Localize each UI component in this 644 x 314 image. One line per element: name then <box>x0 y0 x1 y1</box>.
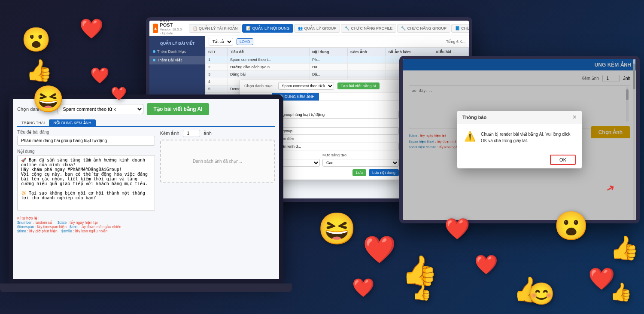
laptop-content-group: Nội dung 🚀 Bạn đã sẵn sàng tăng tầm ảnh … <box>17 149 155 213</box>
col-stt: STT <box>206 48 228 56</box>
dialog-overlay: Thông báo × ⚠️ Chuẩn bị render bài viết … <box>403 59 636 220</box>
load-button[interactable]: LOAD <box>237 38 253 45</box>
col-img-count: Số ảnh kèm <box>386 48 433 56</box>
laptop-two-col: Tiêu đề bài đăng Nội dung 🚀 Bạn đã sẵn s… <box>17 130 275 233</box>
dialog-close-icon[interactable]: × <box>573 114 577 121</box>
tab-group[interactable]: 👥 QUẢN LÝ GROUP <box>294 24 340 33</box>
dialog-footer: OK <box>457 151 582 168</box>
tab-account[interactable]: 📋 QUẢN LÝ TÀI KHOẢN <box>189 24 241 33</box>
emoji-love: ❤️ <box>90 67 109 85</box>
laptop-content-textarea[interactable]: 🚀 Bạn đã sẵn sàng tăng tầm ảnh hưởng kin… <box>17 155 155 211</box>
tab-profile[interactable]: 🔧 CHỨC NĂNG PROFILE <box>341 24 396 33</box>
col-title: Tiêu đề <box>227 48 309 56</box>
laptop-hint-1: $number : random số $date : lấy ngày hiệ… <box>17 220 155 225</box>
laptop-image-placeholder: Danh sách ảnh đã chọn... <box>193 159 242 164</box>
laptop-image-count-input[interactable] <box>183 130 200 137</box>
laptop-image-area: Danh sách ảnh đã chọn... <box>160 140 275 183</box>
laptop-create-ai-button[interactable]: Tạo bài viết bằng AI <box>147 103 210 115</box>
emoji-like-bottom: 👍 <box>401 253 438 288</box>
dialog-ok-button[interactable]: OK <box>550 155 576 165</box>
emoji-haha2: 😆 <box>318 210 356 247</box>
dialog-message: Chuẩn bị render bài viết bằng AI. Vui lò… <box>481 131 575 144</box>
laptop-tabs: TRẠNG THÁI NỘI DUNG KÈM ẢNH <box>17 119 275 127</box>
laptop-hint-2: $timespan : lấy timespan hiện $text : lấ… <box>17 225 155 229</box>
content-filter-bar: Tất cả LOAD Tổng 6 K... <box>205 36 469 48</box>
emoji-like-tr: 👍 <box>610 234 639 262</box>
sidebar-dot-1 <box>153 50 155 53</box>
category-filter-select[interactable]: Tất cả <box>209 38 233 46</box>
emoji-wow-br: 😮 <box>554 210 589 242</box>
emoji-haha: 😆 <box>32 84 64 114</box>
tab-group2[interactable]: 🔧 CHỨC NĂNG GROUP <box>397 24 450 33</box>
laptop-title-label: Tiêu đề bài đăng <box>17 130 155 134</box>
app-header: ▲ MKT POST Version 18.5.0 - Update 26/09… <box>149 21 469 36</box>
laptop-tab-status[interactable]: TRẠNG THÁI <box>17 119 49 126</box>
laptop-hint-3: $time : lấy giờ phút hiện $smile : lấy i… <box>17 229 155 233</box>
laptop-tab-content[interactable]: NỘI DUNG KÈM ẢNH <box>49 119 96 126</box>
dialog-titlebar: Thông báo × <box>457 111 582 124</box>
category-label: Chọn danh mục : <box>244 84 275 88</box>
right-monitor: UNG KÈM ẢNH Kèm ảnh ảnh $d <box>399 56 640 223</box>
laptop: Chọn danh mục : Spam comment theo từ k T… <box>9 95 283 309</box>
logo-text: MKT POST <box>160 21 184 27</box>
laptop-title-group: Tiêu đề bài đăng <box>17 130 155 146</box>
popup-category-select[interactable]: Spam comment theo từ k <box>278 82 334 90</box>
dialog-title: Thông báo <box>462 115 486 120</box>
emoji-like5: 👍 <box>412 284 431 302</box>
emoji-smile-tr: 😊 <box>528 281 555 306</box>
sidebar-item-add-post[interactable]: Thêm Bài Viết <box>149 56 205 64</box>
sidebar-title: QUẢN LÝ BÀI VIẾT <box>149 40 205 47</box>
laptop-hints: Kí tự hợp lệ : $number : random số $date… <box>17 216 155 233</box>
emoji-heart: ❤️ <box>79 17 103 40</box>
laptop-content: Chọn danh mục : Spam comment theo từ k T… <box>13 99 279 279</box>
popup-save-content-button[interactable]: Lưu nội dung <box>369 169 399 176</box>
laptop-screen: Chọn danh mục : Spam comment theo từ k T… <box>9 95 283 284</box>
emoji-like: 👍 <box>26 58 52 83</box>
emoji-heart-bottom: ❤️ <box>363 234 396 265</box>
laptop-title-input[interactable] <box>17 136 155 146</box>
emoji-like-top-r: 👍 <box>610 281 632 302</box>
emoji-love-bottom: ❤️ <box>444 217 470 241</box>
laptop-right-col: Kèm ảnh ảnh Danh sách ảnh đã chọn... <box>160 130 275 233</box>
sidebar-dot-2 <box>153 59 155 61</box>
col-content: Nội dung <box>309 48 347 56</box>
dialog-box: Thông báo × ⚠️ Chuẩn bị render bài viết … <box>457 111 582 168</box>
laptop-left-col: Tiêu đề bài đăng Nội dung 🚀 Bạn đã sẵn s… <box>17 130 155 233</box>
popup-quality-label: Mức sáng tạo <box>322 153 399 157</box>
right-monitor-screen: UNG KÈM ẢNH Kèm ảnh ảnh $d <box>403 59 636 220</box>
logo-icon: ▲ <box>153 24 158 33</box>
tab-page[interactable]: 📘 CHỨC NĂNG PAGE <box>451 24 469 33</box>
popup-quality-select[interactable]: Cao <box>322 159 399 167</box>
total-display: Tổng 6 K... <box>446 40 465 44</box>
laptop-category-select[interactable]: Spam comment theo từ k <box>58 104 143 114</box>
create-ai-button[interactable]: Tạo bài viết bằng AI <box>337 82 380 89</box>
laptop-base <box>0 284 292 292</box>
laptop-content-label: Nội dung <box>17 149 155 154</box>
dialog-warning-icon: ⚠️ <box>464 131 476 142</box>
emoji-wow: 😮 <box>21 26 51 54</box>
col-type: Kiểu bài <box>433 48 468 56</box>
col-image: Kèm ảnh <box>348 48 386 56</box>
tab-content[interactable]: 📝 QUẢN LÝ NỘI DUNG <box>242 24 293 33</box>
laptop-hints-title: Kí tự hợp lệ : <box>17 216 155 220</box>
dialog-body: ⚠️ Chuẩn bị render bài viết bằng AI. Vui… <box>457 124 582 151</box>
laptop-image-unit: ảnh <box>204 131 212 136</box>
emoji-heart5: ❤️ <box>352 277 374 298</box>
popup-save-button[interactable]: Lưu <box>352 169 366 176</box>
emoji-love2: ❤️ <box>111 86 127 101</box>
laptop-image-label: Kèm ảnh <box>160 131 179 136</box>
nav-tabs: 📋 QUẢN LÝ TÀI KHOẢN 📝 QUẢN LÝ NỘI DUNG 👥… <box>189 24 469 33</box>
laptop-image-row: Kèm ảnh ảnh <box>160 130 275 137</box>
emoji-heart-br: ❤️ <box>474 253 498 276</box>
sidebar-item-add-category[interactable]: Thêm Danh Mục <box>149 47 205 56</box>
